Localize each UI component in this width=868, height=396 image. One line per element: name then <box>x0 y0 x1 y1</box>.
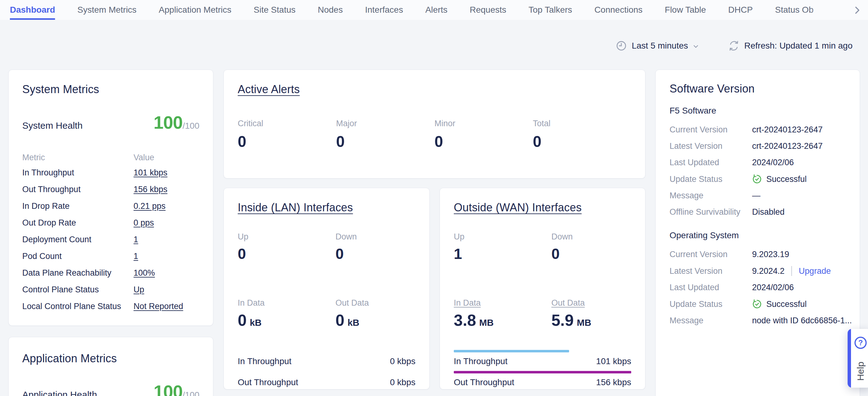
nav-tab-nodes[interactable]: Nodes <box>318 0 343 20</box>
nav-tab-site-status[interactable]: Site Status <box>254 0 296 20</box>
wan-down-stat: Down 0 <box>552 232 631 262</box>
sv-label: Latest Version <box>670 141 752 151</box>
stat-label: Total <box>533 119 631 129</box>
table-row: Control Plane Status Up <box>22 281 199 298</box>
refresh-control[interactable]: Refresh: Updated 1 min ago <box>728 40 852 51</box>
operating-system-heading: Operating System <box>670 230 846 241</box>
stat-value: 5.9MB <box>552 311 631 330</box>
metric-label: Out Throughput <box>22 185 133 194</box>
stat-value: 0 <box>238 133 336 151</box>
sv-row: Last Updated 2024/02/06 <box>670 283 846 292</box>
nav-tab-requests[interactable]: Requests <box>469 0 506 20</box>
metric-value-link[interactable]: 1 <box>133 252 138 261</box>
stat-label: Critical <box>238 119 336 129</box>
sv-value: 9.2023.19 <box>752 250 789 259</box>
throughput-label: In Throughput <box>238 357 291 366</box>
nav-tab-alerts[interactable]: Alerts <box>425 0 447 20</box>
sv-label: Message <box>670 316 752 326</box>
metric-label: In Drop Rate <box>22 201 133 211</box>
lan-down-stat: Down 0 <box>335 232 415 262</box>
wan-interfaces-card: Outside (WAN) Interfaces Up 1 Down 0 In … <box>440 188 645 390</box>
nav-tab-status-objects[interactable]: Status Ob <box>775 0 814 20</box>
metric-value-link[interactable]: 1 <box>133 235 138 245</box>
top-nav: Dashboard System Metrics Application Met… <box>0 0 868 20</box>
application-metrics-title: Application Metrics <box>22 352 199 365</box>
active-alerts-title-link[interactable]: Active Alerts <box>238 83 300 96</box>
time-range-selector[interactable]: Last 5 minutes <box>616 40 700 51</box>
sv-value: crt-20240123-2647 <box>752 125 823 135</box>
sv-row: Update Status Successful <box>670 299 846 309</box>
table-row: Out Drop Rate 0 pps <box>22 215 199 231</box>
f5-software-heading: F5 Software <box>670 106 846 116</box>
lan-title-link[interactable]: Inside (LAN) Interfaces <box>238 201 353 214</box>
nav-tab-dhcp[interactable]: DHCP <box>728 0 753 20</box>
in-data-link[interactable]: In Data <box>454 298 552 308</box>
throughput-value: 156 kbps <box>596 377 631 387</box>
lan-data-row: In Data 0kB Out Data 0kB <box>238 298 415 330</box>
time-range-label: Last 5 minutes <box>632 41 688 51</box>
sv-row: Latest Version 9.2024.2 Upgrade <box>670 266 846 276</box>
system-health-max: /100 <box>183 121 200 131</box>
stat-value: 0 <box>533 133 631 151</box>
system-metrics-table: Metric Value In Throughput 101 kbps Out … <box>22 151 199 315</box>
sv-label: Last Updated <box>670 158 752 167</box>
metric-column-header: Metric <box>22 153 133 163</box>
sv-row: Message — <box>670 191 846 200</box>
metric-value-link[interactable]: 156 kbps <box>133 185 167 194</box>
table-row: Pod Count 1 <box>22 248 199 264</box>
sv-row: Offline Survivability Disabled <box>670 207 846 217</box>
stat-value: 0 <box>335 245 415 262</box>
sv-label: Last Updated <box>670 283 752 292</box>
sv-value: 9.2024.2 Upgrade <box>752 266 831 276</box>
system-health-score: 100/100 <box>154 112 199 133</box>
wan-title-link[interactable]: Outside (WAN) Interfaces <box>454 201 582 214</box>
throughput-label: Out Throughput <box>454 377 515 387</box>
table-row: Local Control Plane Status Not Reported <box>22 298 199 315</box>
divider <box>791 266 792 276</box>
nav-tab-dashboard[interactable]: Dashboard <box>10 0 55 20</box>
sv-row: Current Version crt-20240123-2647 <box>670 125 846 135</box>
nav-tab-system-metrics[interactable]: System Metrics <box>77 0 136 20</box>
table-row: Out Throughput 156 kbps <box>22 181 199 198</box>
help-tab-label: Help <box>855 362 866 381</box>
out-data-link[interactable]: Out Data <box>552 298 631 308</box>
wan-throughput-block: In Throughput 101 kbps Out Throughput 15… <box>454 350 631 387</box>
stat-value: 0 <box>435 133 533 151</box>
throughput-value: 101 kbps <box>596 357 631 366</box>
upgrade-link[interactable]: Upgrade <box>799 266 831 276</box>
system-metrics-card: System Metrics System Health 100/100 Met… <box>8 69 213 326</box>
nav-tab-interfaces[interactable]: Interfaces <box>365 0 403 20</box>
help-tab[interactable]: ? Help <box>847 329 868 388</box>
metric-label: Deployment Count <box>22 235 133 245</box>
metric-value-link[interactable]: Not Reported <box>133 302 183 311</box>
metric-label: Out Drop Rate <box>22 218 133 228</box>
stat-label: Minor <box>435 119 533 129</box>
nav-tab-flow-table[interactable]: Flow Table <box>665 0 706 20</box>
system-health-row: System Health 100/100 <box>22 112 199 133</box>
table-row: Deployment Count 1 <box>22 231 199 248</box>
sv-row: Update Status Successful <box>670 174 846 184</box>
sv-value: Disabled <box>752 207 784 217</box>
metric-value-link[interactable]: 100% <box>133 268 155 278</box>
svg-text:?: ? <box>859 338 863 347</box>
metric-value-link[interactable]: 101 kbps <box>133 168 167 177</box>
nav-tab-connections[interactable]: Connections <box>594 0 643 20</box>
stat-unit: MB <box>577 317 591 328</box>
application-metrics-card: Application Metrics Application Health 1… <box>8 337 213 396</box>
metric-value-link[interactable]: Up <box>133 285 144 294</box>
nav-tab-top-talkers[interactable]: Top Talkers <box>529 0 572 20</box>
wan-out-data-stat: Out Data 5.9MB <box>552 298 631 330</box>
nav-tab-application-metrics[interactable]: Application Metrics <box>159 0 231 20</box>
metric-value-link[interactable]: 0.21 pps <box>133 201 166 211</box>
metric-value-link[interactable]: 0 pps <box>133 218 154 228</box>
help-tab-accent-bar <box>847 329 851 388</box>
wan-out-throughput-bar <box>454 371 631 373</box>
throughput-label: In Throughput <box>454 357 507 366</box>
stat-value: 0kB <box>238 311 335 330</box>
nav-overflow-fade <box>809 0 849 20</box>
wan-in-data-stat: In Data 3.8MB <box>454 298 552 330</box>
nav-overflow-button[interactable] <box>851 4 864 17</box>
stat-value: 0 <box>552 245 631 262</box>
alert-stat-minor: Minor 0 <box>435 119 533 151</box>
lan-out-data-stat: Out Data 0kB <box>335 298 415 330</box>
